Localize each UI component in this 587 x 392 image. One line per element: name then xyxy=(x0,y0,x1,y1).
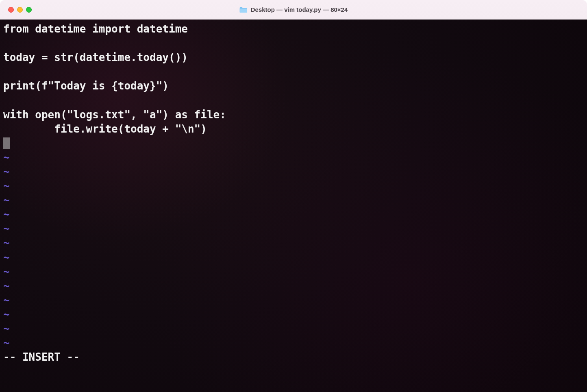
vim-mode-status: -- INSERT -- xyxy=(3,350,584,364)
empty-line-tilde: ~ xyxy=(3,236,584,250)
titlebar[interactable]: Desktop — vim today.py — 80×24 xyxy=(0,0,587,20)
code-line[interactable]: today = str(datetime.today()) xyxy=(3,50,584,65)
editor-content[interactable]: from datetime import datetime today = st… xyxy=(3,22,584,364)
empty-line-tilde: ~ xyxy=(3,293,584,307)
folder-icon xyxy=(239,7,248,13)
code-line[interactable]: file.write(today + "\n") xyxy=(3,122,584,136)
code-line[interactable]: from datetime import datetime xyxy=(3,22,584,36)
close-button[interactable] xyxy=(8,7,14,13)
empty-line-tilde: ~ xyxy=(3,222,584,236)
maximize-button[interactable] xyxy=(26,7,32,13)
terminal-viewport[interactable]: from datetime import datetime today = st… xyxy=(0,20,587,392)
code-line[interactable]: with open("logs.txt", "a") as file: xyxy=(3,108,584,122)
empty-line-tilde: ~ xyxy=(3,250,584,265)
empty-line-tilde: ~ xyxy=(3,307,584,322)
empty-line-tilde: ~ xyxy=(3,179,584,193)
empty-line-tilde: ~ xyxy=(3,279,584,293)
empty-line-tilde: ~ xyxy=(3,207,584,222)
code-line[interactable] xyxy=(3,65,584,79)
minimize-button[interactable] xyxy=(17,7,23,13)
empty-line-tilde: ~ xyxy=(3,193,584,207)
traffic-lights xyxy=(8,7,32,13)
empty-line-tilde: ~ xyxy=(3,165,584,179)
empty-line-tilde: ~ xyxy=(3,336,584,350)
empty-line-tilde: ~ xyxy=(3,150,584,165)
cursor xyxy=(3,137,10,149)
code-line[interactable]: print(f"Today is {today}") xyxy=(3,79,584,93)
cursor-line[interactable] xyxy=(3,136,584,150)
window-title: Desktop — vim today.py — 80×24 xyxy=(251,6,348,13)
window-title-group: Desktop — vim today.py — 80×24 xyxy=(239,6,348,13)
terminal-window: Desktop — vim today.py — 80×24 from date… xyxy=(0,0,587,392)
empty-line-tilde: ~ xyxy=(3,322,584,336)
code-line[interactable] xyxy=(3,93,584,107)
empty-line-tilde: ~ xyxy=(3,265,584,279)
code-line[interactable] xyxy=(3,36,584,50)
